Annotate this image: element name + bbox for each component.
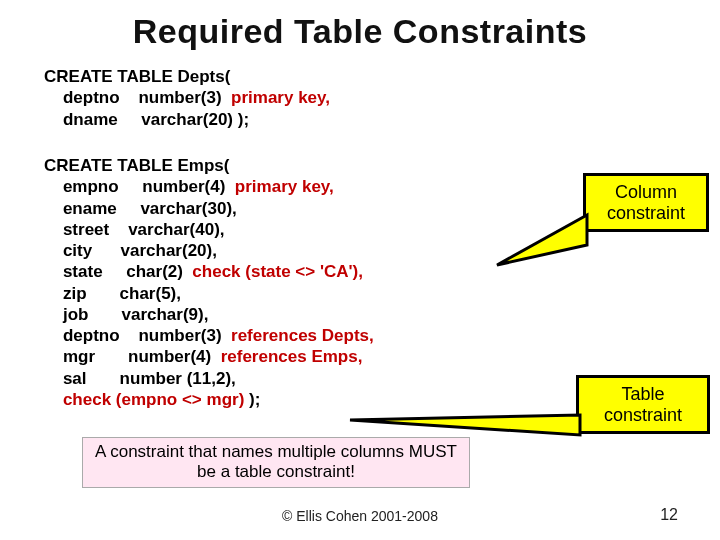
page-number: 12 bbox=[660, 506, 678, 524]
t: number(3) bbox=[138, 88, 221, 107]
t: ); bbox=[244, 390, 260, 409]
t: references Depts, bbox=[231, 326, 374, 345]
t: varchar(30), bbox=[140, 199, 236, 218]
t: number (11,2), bbox=[120, 369, 236, 388]
t: ename bbox=[63, 199, 117, 218]
t: references Emps, bbox=[221, 347, 363, 366]
t: zip bbox=[63, 284, 87, 303]
callout-table-constraint: Table constraint bbox=[576, 375, 710, 434]
t: city bbox=[63, 241, 92, 260]
t: job bbox=[63, 305, 89, 324]
t: CREATE TABLE Emps( bbox=[44, 156, 229, 175]
t: street bbox=[63, 220, 109, 239]
t: number(4) bbox=[142, 177, 225, 196]
t: deptno bbox=[63, 326, 120, 345]
t: dname bbox=[63, 110, 118, 129]
t: check (empno <> mgr) bbox=[63, 390, 244, 409]
svg-marker-1 bbox=[350, 415, 580, 435]
note-box: A constraint that names multiple columns… bbox=[82, 437, 470, 488]
t: state bbox=[63, 262, 103, 281]
callout-column-constraint: Column constraint bbox=[583, 173, 709, 232]
t: varchar(9), bbox=[121, 305, 208, 324]
t: CREATE TABLE Depts( bbox=[44, 67, 230, 86]
t: number(3) bbox=[138, 326, 221, 345]
t: empno bbox=[63, 177, 119, 196]
t: check (state <> 'CA'), bbox=[192, 262, 363, 281]
t: deptno bbox=[63, 88, 120, 107]
slide: Required Table Constraints CREATE TABLE … bbox=[0, 0, 720, 540]
t: varchar(40), bbox=[128, 220, 224, 239]
page-title: Required Table Constraints bbox=[0, 12, 720, 51]
callout-tail-icon bbox=[497, 215, 597, 275]
code-depts: CREATE TABLE Depts( deptno number(3) pri… bbox=[44, 66, 330, 130]
t: char(2) bbox=[126, 262, 183, 281]
t: primary key, bbox=[231, 88, 330, 107]
t: number(4) bbox=[128, 347, 211, 366]
t: A constraint that names multiple columns… bbox=[95, 442, 457, 481]
code-emps: CREATE TABLE Emps( empno number(4) prima… bbox=[44, 155, 374, 410]
footer-copyright: © Ellis Cohen 2001-2008 bbox=[0, 508, 720, 524]
t: primary key, bbox=[235, 177, 334, 196]
t: mgr bbox=[63, 347, 95, 366]
t: varchar(20), bbox=[121, 241, 217, 260]
t: varchar(20) ); bbox=[141, 110, 249, 129]
t: sal bbox=[63, 369, 87, 388]
t: char(5), bbox=[120, 284, 181, 303]
t: Column constraint bbox=[607, 182, 685, 223]
t: Table constraint bbox=[604, 384, 682, 425]
svg-marker-0 bbox=[497, 215, 587, 265]
